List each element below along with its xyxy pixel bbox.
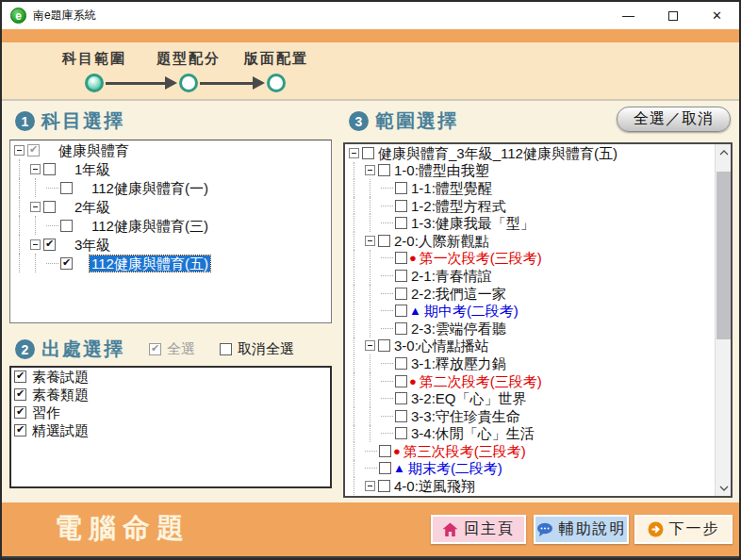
tree-checkbox[interactable]: [395, 270, 407, 282]
tree-node-label[interactable]: 第三次段考(三段考): [402, 443, 528, 459]
tree-node-label[interactable]: 第二次段考(三段考): [418, 373, 544, 389]
tree-node-label[interactable]: 3-0:心情點播站: [392, 338, 491, 354]
tree-checkbox[interactable]: [362, 147, 374, 159]
tree-checkbox[interactable]: [395, 182, 407, 194]
collapse-minus-icon[interactable]: [349, 148, 359, 158]
help-button[interactable]: 輔助說明: [534, 515, 629, 544]
tree-node[interactable]: 1-2:體型方程式: [345, 197, 715, 215]
tree-node-label[interactable]: 1-0:體型由我塑: [392, 162, 491, 178]
toggle-select-all-button[interactable]: 全選／取消: [617, 107, 731, 132]
tree-node[interactable]: ●第二次段考(三段考): [345, 372, 715, 390]
tree-node[interactable]: 3年級: [10, 235, 331, 254]
tree-node-label[interactable]: 期中考(二段考): [422, 303, 520, 319]
list-checkbox[interactable]: [14, 406, 26, 419]
tree-node[interactable]: 2-0:人際新觀點: [345, 232, 715, 250]
tree-checkbox[interactable]: [395, 392, 407, 404]
vertical-scrollbar[interactable]: [715, 144, 731, 496]
select-all-checkbox-group[interactable]: 全選: [149, 340, 195, 358]
next-step-button[interactable]: 下一步: [634, 515, 733, 544]
tree-node[interactable]: 3-4:休閒「心」生活: [345, 425, 715, 443]
home-button[interactable]: 回主頁: [431, 515, 526, 544]
tree-node-label[interactable]: 3-1:釋放壓力鍋: [409, 355, 508, 371]
collapse-minus-icon[interactable]: [14, 145, 25, 156]
tree-node[interactable]: 112健康與體育(一): [10, 178, 331, 197]
tree-node-label[interactable]: 1-1:體型覺醒: [409, 180, 494, 196]
tree-node[interactable]: 健康與體育: [10, 140, 331, 159]
tree-checkbox[interactable]: [378, 164, 390, 176]
tree-node-label[interactable]: 2-3:雲端停看聽: [409, 321, 508, 337]
minimize-button[interactable]: —: [606, 2, 650, 29]
tree-node-label[interactable]: 1-2:體型方程式: [409, 198, 508, 214]
tree-node-label[interactable]: 2-0:人際新觀點: [392, 233, 491, 249]
tree-node[interactable]: 3-1:釋放壓力鍋: [345, 354, 715, 372]
collapse-minus-icon[interactable]: [30, 239, 41, 250]
tree-node[interactable]: 1-1:體型覺醒: [345, 179, 715, 197]
tree-checkbox[interactable]: [395, 305, 407, 317]
collapse-minus-icon[interactable]: [30, 202, 41, 212]
tree-node[interactable]: 4-0:逆風飛翔: [345, 477, 715, 495]
tree-checkbox[interactable]: [43, 201, 56, 213]
tree-node[interactable]: 1年級: [10, 159, 331, 178]
tree-node[interactable]: 2-3:雲端停看聽: [345, 320, 715, 338]
tree-node-label[interactable]: 1-3:健康我最「型」: [409, 215, 536, 231]
tree-node-label[interactable]: 112健康與體育(三): [90, 218, 210, 234]
tree-node[interactable]: ●第三次段考(三段考): [345, 442, 715, 460]
tree-node[interactable]: 3-3:守住珍貴生命: [345, 407, 715, 425]
tree-node-label[interactable]: 2-1:青春情誼: [409, 268, 494, 284]
tree-node-label[interactable]: 3-4:休閒「心」生活: [409, 425, 536, 441]
source-list-item[interactable]: 習作: [11, 404, 330, 421]
scroll-down-icon[interactable]: [716, 480, 732, 496]
tree-node[interactable]: 3-2:EQ「心」世界: [345, 389, 715, 407]
tree-node[interactable]: 112健康與體育(五): [10, 254, 331, 272]
tree-checkbox[interactable]: [395, 200, 407, 212]
tree-node[interactable]: 1-0:體型由我塑: [345, 162, 715, 180]
tree-node[interactable]: 2-1:青春情誼: [345, 267, 715, 285]
tree-node-label[interactable]: 健康與體育_3年級_112健康與體育(五): [376, 145, 619, 161]
tree-node-label[interactable]: 3-3:守住珍貴生命: [409, 408, 522, 424]
tree-checkbox[interactable]: [60, 257, 73, 270]
clear-all-checkbox-group[interactable]: 取消全選: [220, 340, 294, 358]
list-checkbox[interactable]: [14, 371, 26, 383]
tree-node[interactable]: 112健康與體育(三): [10, 216, 331, 235]
scrollbar-thumb[interactable]: [716, 172, 731, 339]
source-list-item[interactable]: 素養試題: [11, 368, 330, 386]
source-list-item[interactable]: 精選試題: [11, 421, 330, 439]
tree-checkbox[interactable]: [43, 163, 56, 175]
tree-node-label[interactable]: 2-2:我們這一家: [409, 286, 508, 302]
tree-node-label[interactable]: 1年級: [73, 161, 112, 177]
tree-checkbox[interactable]: [378, 339, 390, 352]
tree-checkbox[interactable]: [395, 217, 407, 229]
tree-node[interactable]: 2年級: [10, 197, 331, 216]
tree-node-label[interactable]: 2年級: [73, 199, 112, 215]
tree-node-label[interactable]: 期末考(二段考): [406, 460, 504, 476]
tree-node[interactable]: 1-3:健康我最「型」: [345, 214, 715, 232]
tree-node[interactable]: 健康與體育_3年級_112健康與體育(五): [345, 144, 715, 162]
select-all-checkbox[interactable]: [149, 343, 161, 355]
tree-checkbox[interactable]: [395, 357, 407, 370]
tree-checkbox[interactable]: [395, 375, 407, 387]
tree-checkbox[interactable]: [27, 144, 40, 156]
tree-checkbox[interactable]: [60, 182, 73, 194]
tree-checkbox[interactable]: [395, 288, 407, 300]
tree-node[interactable]: ▲期中考(二段考): [345, 302, 715, 320]
tree-node-label[interactable]: 3-2:EQ「心」世界: [409, 390, 529, 406]
tree-checkbox[interactable]: [378, 480, 390, 492]
collapse-minus-icon[interactable]: [365, 165, 375, 175]
close-button[interactable]: ✕: [695, 2, 739, 29]
collapse-minus-icon[interactable]: [365, 236, 375, 246]
tree-checkbox[interactable]: [395, 427, 407, 439]
list-checkbox[interactable]: [14, 388, 26, 401]
tree-checkbox[interactable]: [43, 239, 56, 251]
tree-node-label[interactable]: 112健康與體育(一): [90, 180, 210, 196]
tree-checkbox[interactable]: [60, 220, 73, 232]
scroll-up-icon[interactable]: [716, 144, 732, 160]
tree-node-label[interactable]: 4-0:逆風飛翔: [392, 478, 477, 494]
tree-node[interactable]: 3-0:心情點播站: [345, 338, 715, 355]
maximize-button[interactable]: [650, 2, 695, 29]
collapse-minus-icon[interactable]: [365, 340, 375, 351]
tree-checkbox[interactable]: [378, 235, 390, 247]
tree-node-label[interactable]: 3年級: [73, 237, 112, 253]
tree-checkbox[interactable]: [395, 322, 407, 335]
tree-node-label[interactable]: 健康與體育: [57, 142, 131, 158]
source-list-item[interactable]: 素養類題: [11, 386, 330, 404]
